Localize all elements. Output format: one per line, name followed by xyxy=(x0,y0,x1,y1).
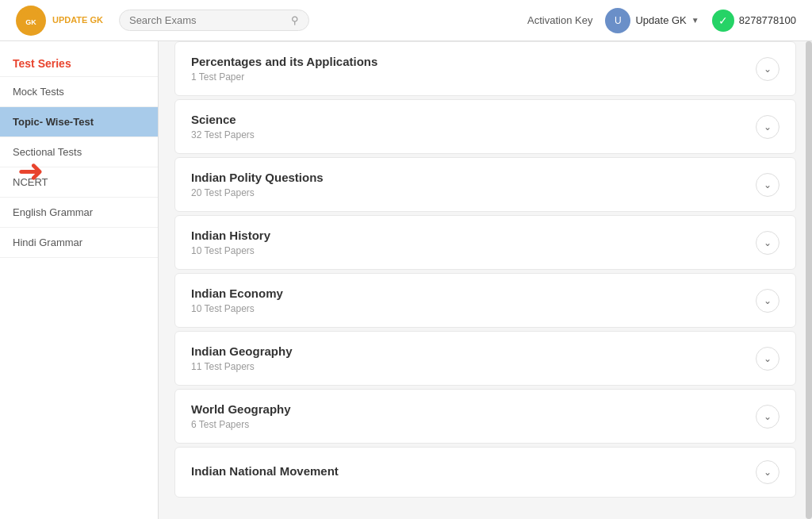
topic-papers-indian-polity: 20 Test Papers xyxy=(191,187,324,198)
topic-card-percentages: Percentages and its Applications 1 Test … xyxy=(174,41,796,96)
expand-world-geography-button[interactable]: ⌄ xyxy=(756,405,779,429)
chevron-down-icon: ▼ xyxy=(691,16,699,25)
header-right: Activation Key U Update GK ▼ ✓ 827877810… xyxy=(527,8,796,33)
topic-card-indian-history: Indian History 10 Test Papers ⌄ xyxy=(174,215,796,270)
sidebar-title: Test Series xyxy=(0,49,158,77)
sidebar: Test Series Mock Tests Topic- Wise-Test … xyxy=(0,41,159,519)
arrow-indicator: ➜ xyxy=(17,155,44,186)
topic-info-science: Science 32 Test Papers xyxy=(191,113,255,140)
topic-info-indian-polity: Indian Polity Questions 20 Test Papers xyxy=(191,171,324,198)
topic-info-percentages: Percentages and its Applications 1 Test … xyxy=(191,55,377,83)
topic-title-world-geography: World Geography xyxy=(191,402,291,416)
topic-title-indian-national-movement: Indian National Movement xyxy=(191,464,339,478)
expand-percentages-button[interactable]: ⌄ xyxy=(756,57,779,81)
topic-info-world-geography: World Geography 6 Test Papers xyxy=(191,402,291,430)
whatsapp-area: ✓ 8278778100 xyxy=(712,10,796,32)
whatsapp-icon[interactable]: ✓ xyxy=(712,10,734,32)
expand-indian-history-button[interactable]: ⌄ xyxy=(756,231,779,255)
topic-card-science: Science 32 Test Papers ⌄ xyxy=(174,99,796,154)
sidebar-item-hindi-grammar[interactable]: Hindi Grammar xyxy=(0,228,158,258)
topic-card-world-geography: World Geography 6 Test Papers ⌄ xyxy=(174,389,796,444)
topic-papers-indian-geography: 11 Test Papers xyxy=(191,361,293,372)
expand-indian-national-movement-button[interactable]: ⌄ xyxy=(756,460,779,484)
topic-papers-indian-economy: 10 Test Papers xyxy=(191,303,283,314)
user-name: Update GK xyxy=(635,14,686,26)
search-icon[interactable]: ⚲ xyxy=(291,14,299,26)
header: GK UPDATE GK ⚲ Activation Key U Update G… xyxy=(0,0,812,41)
search-input[interactable] xyxy=(129,14,291,26)
sidebar-item-mock-tests[interactable]: Mock Tests xyxy=(0,77,158,107)
topic-info-indian-national-movement: Indian National Movement xyxy=(191,464,339,481)
sidebar-item-english-grammar[interactable]: English Grammar xyxy=(0,198,158,228)
topic-title-science: Science xyxy=(191,113,255,126)
topic-card-indian-polity: Indian Polity Questions 20 Test Papers ⌄ xyxy=(174,157,796,212)
expand-indian-polity-button[interactable]: ⌄ xyxy=(756,173,779,197)
expand-science-button[interactable]: ⌄ xyxy=(756,115,779,139)
red-arrow-icon: ➜ xyxy=(17,153,44,188)
topic-papers-science: 32 Test Papers xyxy=(191,129,255,140)
expand-indian-economy-button[interactable]: ⌄ xyxy=(756,289,779,313)
topic-card-indian-geography: Indian Geography 11 Test Papers ⌄ xyxy=(174,331,796,386)
topic-papers-indian-history: 10 Test Papers xyxy=(191,245,270,256)
topic-card-indian-economy: Indian Economy 10 Test Papers ⌄ xyxy=(174,273,796,328)
topic-papers-world-geography: 6 Test Papers xyxy=(191,419,291,430)
expand-indian-geography-button[interactable]: ⌄ xyxy=(756,347,779,371)
avatar: U xyxy=(605,8,630,33)
main-container: Test Series Mock Tests Topic- Wise-Test … xyxy=(0,41,812,519)
content-area: Percentages and its Applications 1 Test … xyxy=(159,41,812,519)
topic-info-indian-geography: Indian Geography 11 Test Papers xyxy=(191,344,293,372)
topic-title-indian-geography: Indian Geography xyxy=(191,344,293,358)
scrollbar[interactable] xyxy=(806,41,812,519)
topic-title-indian-polity: Indian Polity Questions xyxy=(191,171,324,184)
topic-title-indian-economy: Indian Economy xyxy=(191,286,283,300)
topic-papers-percentages: 1 Test Paper xyxy=(191,71,377,83)
user-area[interactable]: U Update GK ▼ xyxy=(605,8,699,33)
logo-text: UPDATE GK xyxy=(52,15,103,25)
topic-title-indian-history: Indian History xyxy=(191,229,270,242)
svg-text:GK: GK xyxy=(25,18,36,26)
topic-info-indian-history: Indian History 10 Test Papers xyxy=(191,229,270,256)
search-bar[interactable]: ⚲ xyxy=(119,10,309,31)
phone-number: 8278778100 xyxy=(739,14,796,26)
topic-card-indian-national-movement: Indian National Movement ⌄ xyxy=(174,447,796,498)
logo-area[interactable]: GK UPDATE GK xyxy=(16,6,103,36)
logo-icon: GK xyxy=(16,6,46,36)
activation-key-link[interactable]: Activation Key xyxy=(527,14,592,26)
sidebar-item-topic-wise-test[interactable]: Topic- Wise-Test xyxy=(0,107,158,137)
topic-title-percentages: Percentages and its Applications xyxy=(191,55,377,68)
topic-info-indian-economy: Indian Economy 10 Test Papers xyxy=(191,286,283,314)
